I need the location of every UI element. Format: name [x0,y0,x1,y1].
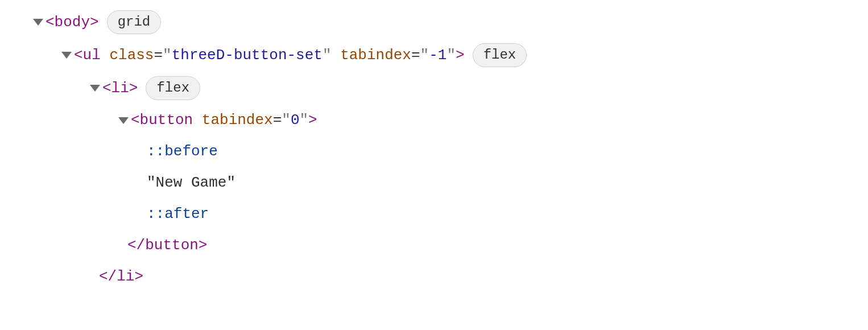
tree-node-ul[interactable]: <ul class="threeD-button-set" tabindex="… [0,39,868,72]
tree-node-body[interactable]: <body> grid [0,6,868,39]
node-tag: <ul class="threeD-button-set" tabindex="… [74,44,465,67]
expand-arrow-icon[interactable] [90,85,100,92]
tree-node-before-pseudo[interactable]: ::before [0,136,868,167]
layout-badge-flex[interactable]: flex [146,76,200,100]
dom-tree: <body> grid <ul class="threeD-button-set… [0,6,868,292]
pseudo-element: ::after [147,203,209,225]
expand-arrow-icon[interactable] [118,117,129,124]
node-tag: <button tabindex="0"> [131,109,317,131]
layout-badge-grid[interactable]: grid [107,10,162,34]
tree-node-text[interactable]: "New Game" [0,167,868,199]
node-tag: <li> [102,77,138,100]
tree-node-button[interactable]: <button tabindex="0"> [0,105,868,136]
tree-node-li[interactable]: <li> flex [0,72,868,105]
text-node: "New Game" [147,172,235,194]
tree-node-li-close[interactable]: </li> [0,261,868,292]
node-close-tag: </li> [99,266,143,288]
expand-arrow-icon[interactable] [61,52,72,59]
expand-arrow-icon[interactable] [33,19,43,26]
layout-badge-flex[interactable]: flex [473,43,527,67]
node-close-tag: </button> [127,234,207,257]
tree-node-button-close[interactable]: </button> [0,230,868,261]
tree-node-after-pseudo[interactable]: ::after [0,199,868,230]
node-tag: <body> [46,11,99,34]
pseudo-element: ::before [147,141,218,163]
